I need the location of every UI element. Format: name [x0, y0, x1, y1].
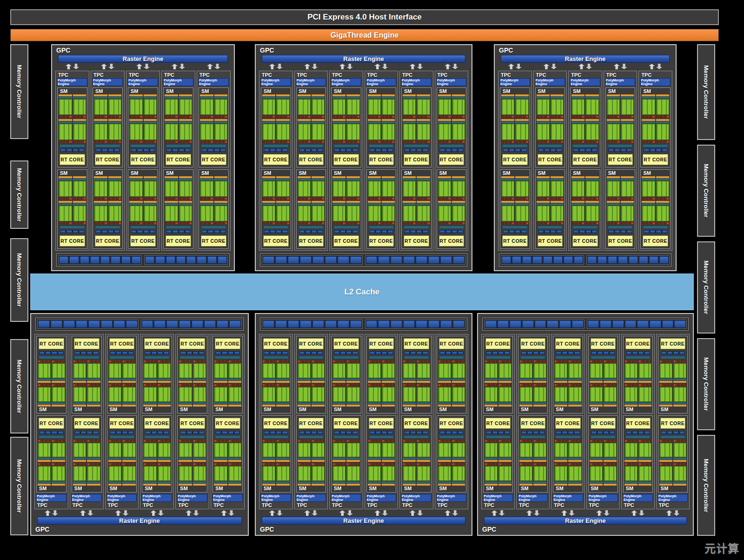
- sm-core-subblock: [73, 463, 86, 486]
- sm-core-subblock: [276, 94, 289, 118]
- tensor-core-bar: [515, 197, 528, 200]
- dispatch-bar: [298, 201, 311, 203]
- texture-unit: [579, 149, 585, 152]
- tensor-core-dot: [298, 440, 300, 442]
- scheduler-bar: [438, 203, 451, 205]
- tensor-core-bar: [158, 384, 171, 387]
- tensor-core-dot: [211, 198, 213, 200]
- arrow-pair: [551, 510, 585, 516]
- cuda-cores-block: [621, 99, 634, 115]
- cuda-cores-block: [533, 387, 546, 402]
- scheduler-bar: [122, 481, 135, 483]
- sm-block: SMRT CORE: [437, 87, 467, 167]
- cuda-cores-block: [298, 206, 311, 221]
- cuda-cores-block: [604, 363, 617, 378]
- tensor-core-dot: [190, 141, 192, 143]
- scheduler-bar: [551, 179, 564, 180]
- tensor-core-dot: [449, 222, 451, 224]
- sm-label: SM: [200, 88, 227, 94]
- raster-engine-bar: Raster Engine: [484, 517, 687, 525]
- tpc-label: TPC: [570, 72, 601, 78]
- sm-core-row: [485, 440, 512, 462]
- dispatch-bar: [551, 119, 564, 121]
- sm-core-row: [537, 119, 564, 143]
- dispatch-bar: [382, 176, 395, 178]
- sm-core-subblock: [417, 360, 430, 383]
- cuda-cores-block: [262, 206, 275, 221]
- sm-core-grid: [571, 94, 599, 143]
- rop-unit: [637, 320, 649, 328]
- sm-label: SM: [129, 88, 157, 94]
- tensor-core-dot: [87, 360, 89, 362]
- tpc-label: TPC: [163, 72, 194, 78]
- tensor-core-dot: [87, 384, 89, 386]
- cuda-cores-block: [200, 206, 213, 221]
- tensor-core-dot: [526, 141, 528, 143]
- rt-core-block: RT CORE: [179, 338, 205, 349]
- sm-core-subblock: [298, 176, 311, 200]
- sm-core-subblock: [498, 440, 512, 462]
- arrow-up-icon: [631, 510, 637, 516]
- tensor-core-dot: [392, 116, 394, 118]
- sm-core-grid: [200, 94, 227, 143]
- dispatch-bar: [214, 176, 228, 178]
- tensor-core-dot: [520, 463, 522, 465]
- scheduler-bar: [438, 458, 451, 460]
- tensor-core-bar: [179, 140, 193, 143]
- cuda-cores-block: [438, 387, 451, 402]
- sm-label: SM: [262, 407, 290, 413]
- scheduler-bar: [368, 203, 381, 205]
- sm-block: SMRT CORE: [163, 87, 193, 167]
- rop-unit: [639, 256, 648, 264]
- sm-core-row: [519, 440, 546, 462]
- dispatch-bar: [554, 381, 567, 383]
- sm-core-subblock: [382, 360, 395, 383]
- dispatch-bar: [108, 119, 122, 121]
- tensor-core-bar: [73, 384, 86, 387]
- scheduler-bar: [498, 379, 512, 380]
- scheduler-bar: [642, 121, 655, 123]
- texture-units-bar: [95, 148, 120, 153]
- rop-group: [144, 255, 228, 265]
- sm-core-subblock: [519, 360, 532, 383]
- scheduler-bar: [108, 379, 121, 380]
- tpc-block: RT CORESMRT CORESMPolyMorph EngineTPC: [294, 334, 328, 509]
- rop-unit: [80, 256, 89, 264]
- tensor-core-dot: [485, 360, 487, 362]
- l1-cache-bar: [144, 435, 170, 439]
- texture-unit: [137, 149, 142, 152]
- sm-core-grid: [262, 94, 290, 143]
- cuda-cores-block: [498, 363, 512, 378]
- sm-core-subblock: [382, 119, 395, 143]
- texture-unit: [158, 352, 163, 354]
- texture-units-bar: [166, 148, 191, 153]
- texture-units-bar: [333, 430, 359, 435]
- tensor-core-dot: [569, 384, 571, 386]
- texture-units-bar: [625, 430, 651, 435]
- cuda-cores-block: [438, 443, 451, 458]
- tensor-core-bar: [108, 440, 121, 442]
- polymorph-engine-bar: PolyMorph Engine: [57, 78, 87, 86]
- rop-unit: [440, 320, 452, 328]
- cuda-cores-block: [144, 99, 157, 115]
- texture-unit: [228, 431, 233, 434]
- rop-unit: [522, 256, 531, 264]
- texture-unit: [667, 352, 672, 354]
- sm-core-subblock: [165, 176, 178, 200]
- sm-core-row: [332, 201, 360, 225]
- dispatch-bar: [382, 381, 395, 383]
- tensor-core-bar: [59, 222, 72, 225]
- tensor-core-bar: [537, 115, 550, 118]
- cuda-cores-block: [624, 363, 638, 378]
- sm-core-subblock: [332, 94, 345, 118]
- sm-label: SM: [659, 407, 686, 413]
- tensor-core-dot: [631, 116, 633, 118]
- cuda-cores-block: [607, 99, 620, 115]
- sm-core-row: [143, 384, 171, 407]
- dispatch-bar: [262, 201, 275, 203]
- texture-units-bar: [299, 229, 324, 234]
- sm-core-row: [659, 360, 686, 383]
- arrow-down-icon: [312, 64, 318, 69]
- arrow-up-icon: [45, 510, 51, 516]
- scheduler-bar: [332, 458, 345, 460]
